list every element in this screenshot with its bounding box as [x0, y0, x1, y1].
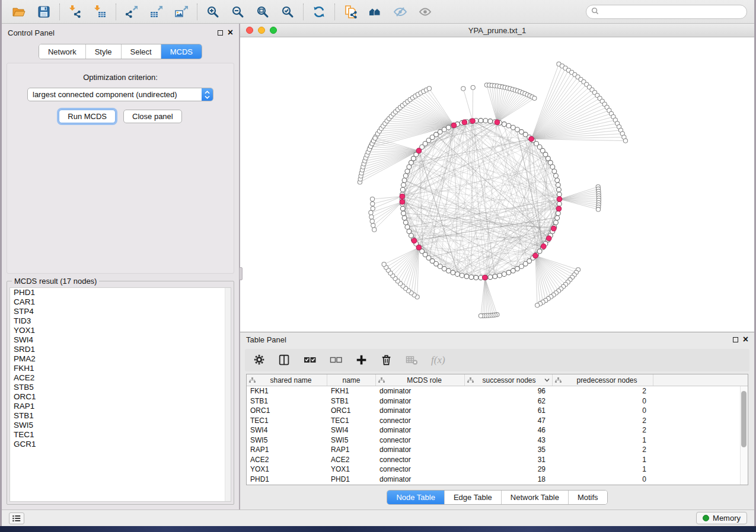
search-input[interactable]	[602, 6, 747, 18]
export-image-icon[interactable]	[169, 2, 194, 22]
settings-gear-icon[interactable]	[253, 353, 266, 367]
import-network-icon[interactable]	[63, 2, 88, 22]
table-row[interactable]: ORC1ORC1dominator610	[247, 406, 748, 416]
tab-node-table[interactable]: Node Table	[387, 491, 445, 504]
close-panel-icon[interactable]: ×	[228, 30, 233, 36]
open-session-icon[interactable]	[7, 2, 31, 22]
tab-style[interactable]: Style	[86, 44, 122, 59]
close-table-panel-icon[interactable]: ×	[743, 336, 748, 342]
mcds-result-item[interactable]: PHD1	[10, 288, 231, 297]
search-box[interactable]	[586, 5, 747, 19]
mcds-result-item[interactable]: PMA2	[10, 354, 231, 364]
table-scrollbar[interactable]	[740, 386, 748, 485]
mcds-result-item[interactable]: SWI4	[10, 335, 231, 345]
mcds-result-item[interactable]: TID3	[10, 316, 231, 326]
table-cell: connector	[376, 456, 465, 464]
network-view-window: YPA_prune.txt_1	[240, 24, 754, 332]
task-history-button[interactable]	[9, 512, 24, 524]
table-cell: 2	[553, 446, 653, 454]
clone-network-icon[interactable]	[338, 2, 363, 22]
import-table-icon[interactable]	[88, 2, 113, 22]
column-header-successor-nodes[interactable]: successor nodes	[465, 374, 553, 386]
float-panel-icon[interactable]	[218, 30, 223, 36]
mcds-result-item[interactable]: FKH1	[10, 364, 231, 373]
deselect-all-checkboxes-icon[interactable]	[329, 353, 343, 367]
zoom-in-icon[interactable]	[200, 2, 225, 22]
export-network-icon[interactable]	[119, 2, 144, 22]
mcds-result-item[interactable]: SWI5	[10, 421, 231, 430]
result-list-scrollbar[interactable]	[225, 288, 231, 501]
maximize-window-icon[interactable]	[270, 27, 277, 34]
table-cell: dominator	[376, 406, 465, 415]
tab-select[interactable]: Select	[122, 44, 161, 59]
float-table-panel-icon[interactable]	[733, 337, 738, 342]
zoom-out-icon[interactable]	[225, 2, 250, 22]
mcds-result-item[interactable]: TEC1	[10, 430, 231, 440]
table-cell: 47	[465, 416, 553, 425]
mcds-result-item[interactable]: STB5	[10, 383, 231, 392]
table-cell: 0	[553, 397, 653, 405]
tab-edge-table[interactable]: Edge Table	[445, 491, 502, 504]
status-bar: Memory	[2, 509, 754, 526]
desktop-wallpaper-strip	[0, 526, 756, 532]
toolbar-separator	[59, 4, 60, 20]
table-row[interactable]: ACE2ACE2connector311	[247, 455, 748, 465]
close-window-icon[interactable]	[246, 27, 253, 34]
table-cell: 0	[553, 406, 653, 415]
first-neighbors-icon[interactable]	[363, 2, 388, 22]
table-row[interactable]: TEC1TEC1connector472	[247, 416, 748, 426]
cytoscape-window: Control Panel × NetworkStyleSelectMCDS O…	[0, 0, 756, 527]
table-row[interactable]: FKH1FKH1dominator962	[247, 386, 748, 396]
table-cell: connector	[376, 416, 465, 425]
column-header-name[interactable]: name	[327, 374, 376, 386]
column-layout-icon[interactable]	[278, 353, 291, 367]
table-row[interactable]: STB1STB1dominator620	[247, 396, 748, 406]
mcds-result-item[interactable]: ACE2	[10, 373, 231, 383]
minimize-window-icon[interactable]	[258, 27, 265, 34]
tab-network-table[interactable]: Network Table	[502, 491, 569, 504]
mcds-result-item[interactable]: STP4	[10, 307, 231, 316]
mcds-result-item[interactable]: GCR1	[10, 440, 231, 449]
table-row[interactable]: RAP1RAP1dominator352	[247, 445, 748, 455]
memory-button[interactable]: Memory	[696, 512, 747, 524]
close-panel-button[interactable]: Close panel	[123, 110, 182, 123]
mcds-result-item[interactable]: STB1	[10, 411, 231, 421]
tab-network[interactable]: Network	[39, 44, 86, 59]
add-column-icon[interactable]	[355, 353, 368, 367]
table-row[interactable]: YOX1YOX1connector291	[247, 464, 748, 475]
column-header-MCDS-role[interactable]: MCDS role	[376, 374, 465, 386]
select-all-checkboxes-icon[interactable]	[303, 353, 317, 367]
refresh-icon[interactable]	[307, 2, 331, 22]
tab-mcds[interactable]: MCDS	[161, 44, 202, 59]
mcds-result-item[interactable]: CAR1	[10, 297, 231, 307]
hide-selected-icon[interactable]	[388, 2, 413, 22]
network-canvas[interactable]	[240, 37, 754, 332]
zoom-fit-icon[interactable]	[250, 2, 275, 22]
node-table[interactable]: shared namenameMCDS rolesuccessor nodesp…	[246, 374, 748, 485]
zoom-selected-icon[interactable]	[275, 2, 300, 22]
table-cell: RAP1	[327, 446, 376, 454]
mcds-result-list[interactable]: PHD1CAR1STP4TID3YOX1SWI4SRD1PMA2FKH1ACE2…	[9, 287, 231, 502]
run-mcds-button[interactable]: Run MCDS	[59, 110, 116, 123]
mcds-result-item[interactable]: SRD1	[10, 345, 231, 354]
table-scrollbar-thumb[interactable]	[741, 391, 747, 447]
mcds-result-item[interactable]: ORC1	[10, 392, 231, 402]
mcds-result-item[interactable]: RAP1	[10, 402, 231, 411]
panel-splitter-handle[interactable]	[239, 267, 243, 280]
table-row[interactable]: SWI4SWI4dominator462	[247, 425, 748, 435]
delete-column-icon[interactable]	[380, 353, 393, 367]
table-row[interactable]: PHD1PHD1dominator180	[247, 475, 748, 485]
table-cell: TEC1	[247, 416, 327, 425]
table-cell: 1	[553, 436, 653, 444]
column-header-predecessor-nodes[interactable]: predecessor nodes	[553, 374, 653, 386]
tab-motifs[interactable]: Motifs	[569, 491, 607, 504]
criterion-select[interactable]: largest connected component (undirected)	[27, 88, 213, 101]
network-window-titlebar[interactable]: YPA_prune.txt_1	[240, 24, 754, 37]
save-session-icon[interactable]	[31, 2, 56, 22]
mcds-result-item[interactable]: YOX1	[10, 326, 231, 335]
show-all-icon[interactable]	[413, 2, 438, 22]
table-toolbar: f(x)	[245, 349, 749, 371]
column-header-shared-name[interactable]: shared name	[247, 374, 327, 386]
table-row[interactable]: SWI5SWI5connector431	[247, 435, 748, 446]
export-table-icon[interactable]	[144, 2, 169, 22]
